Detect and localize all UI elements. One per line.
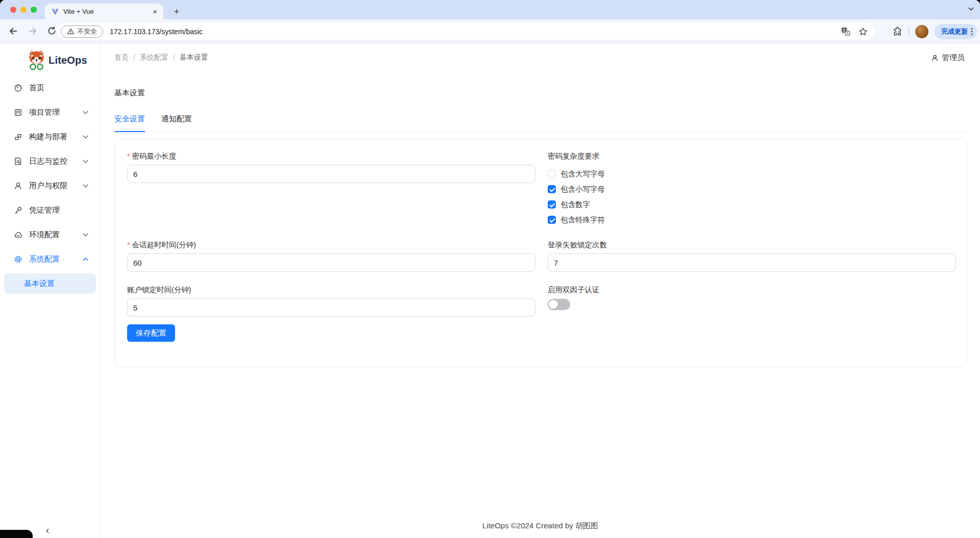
- checkbox-lowercase[interactable]: [548, 185, 556, 193]
- two-factor-label: 启用双因子认证: [548, 284, 600, 295]
- back-icon[interactable]: [8, 26, 19, 37]
- forward-icon[interactable]: [28, 26, 39, 37]
- url-text[interactable]: 172.17.103.173/system/basic: [110, 28, 841, 36]
- sidebar-item-label: 首页: [29, 83, 88, 93]
- tab-security-settings[interactable]: 安全设置: [114, 114, 145, 132]
- avatar[interactable]: [915, 25, 928, 38]
- password-min-length-input[interactable]: [127, 165, 535, 183]
- checkbox-row-special-chars[interactable]: 包含特殊字符: [548, 214, 605, 226]
- sidebar-item-logs-monitoring[interactable]: 日志与监控: [4, 151, 96, 171]
- sidebar-item-projects[interactable]: 项目管理: [4, 102, 96, 122]
- session-timeout-field: * 会话超时时间(分钟): [127, 239, 535, 272]
- tab-strip: Vite + Vue × +: [0, 0, 980, 19]
- file-search-icon: [14, 157, 22, 166]
- checkbox-label: 包含小写字母: [560, 185, 605, 194]
- chevron-down-icon: [83, 135, 88, 139]
- required-mark: *: [127, 241, 130, 249]
- tab-title: Vite + Vue: [63, 8, 152, 15]
- zoom-window-button[interactable]: [31, 7, 37, 13]
- sidebar-item-label: 凭证管理: [29, 206, 88, 215]
- update-chrome-button[interactable]: 完成更新: [935, 24, 977, 39]
- login-fail-lock-input[interactable]: [548, 253, 956, 272]
- breadcrumb-system-config[interactable]: 系统配置: [140, 53, 168, 62]
- checkbox-row-lowercase[interactable]: 包含小写字母: [548, 183, 605, 195]
- bookmark-star-icon[interactable]: [859, 27, 868, 36]
- checkbox-special-chars[interactable]: [548, 216, 556, 224]
- settings-card: * 密码最小长度 密码复杂度要求 包含大写字母 包含小写字母 包含数字: [114, 139, 967, 367]
- checkbox-row-uppercase[interactable]: 包含大写字母: [548, 168, 605, 180]
- user-icon: [14, 182, 22, 190]
- translate-icon[interactable]: 文 A: [841, 27, 850, 36]
- browser-toolbar: 不安全 172.17.103.173/system/basic 文 A: [0, 19, 980, 43]
- close-window-button[interactable]: [10, 7, 16, 13]
- user-menu[interactable]: 管理员: [931, 53, 965, 63]
- field-label: 登录失败锁定次数: [548, 240, 607, 250]
- sidebar-subitem-label: 基本设置: [24, 279, 55, 289]
- security-chip[interactable]: 不安全: [61, 25, 103, 38]
- desktop-corner: [0, 530, 33, 538]
- more-menu-icon[interactable]: [971, 28, 973, 36]
- checkbox-uppercase[interactable]: [548, 170, 556, 178]
- page-title: 基本设置: [114, 88, 145, 98]
- sidebar-item-build-deploy[interactable]: 构建与部署: [4, 126, 96, 147]
- account-lock-time-field: 账户锁定时间(分钟): [127, 284, 535, 317]
- breadcrumb-home[interactable]: 首页: [114, 53, 129, 62]
- project-icon: [14, 108, 22, 117]
- chevron-down-icon[interactable]: [968, 7, 974, 11]
- sidebar-nav: 首页 项目管理 构建与部署: [4, 78, 96, 294]
- breadcrumb-separator: /: [133, 54, 135, 62]
- dashboard-icon: [14, 84, 22, 92]
- tab-close-icon[interactable]: ×: [152, 8, 158, 15]
- chevron-down-icon: [83, 111, 88, 114]
- main-area: 首页 / 系统配置 / 基本设置 管理员 基本设置 安全设置 通知配置: [101, 43, 980, 538]
- reload-icon[interactable]: [47, 26, 58, 37]
- chevron-down-icon: [83, 160, 88, 163]
- toggle-knob: [549, 300, 558, 309]
- page-header: 首页 / 系统配置 / 基本设置 管理员: [101, 43, 980, 72]
- tabs-bar: 安全设置 通知配置: [114, 114, 968, 132]
- build-icon: [14, 133, 22, 141]
- checkbox-numbers[interactable]: [548, 200, 556, 209]
- breadcrumb-current: 基本设置: [180, 53, 208, 62]
- svg-text:A: A: [846, 31, 849, 35]
- two-factor-toggle[interactable]: [548, 299, 570, 310]
- sidebar-item-environment[interactable]: 环境配置: [4, 224, 96, 245]
- checkbox-label: 包含数字: [560, 200, 590, 210]
- save-config-button[interactable]: 保存配置: [127, 324, 175, 342]
- chevron-down-icon: [83, 184, 88, 188]
- traffic-lights: [10, 7, 37, 13]
- breadcrumb-separator: /: [173, 54, 175, 62]
- vite-favicon: [51, 8, 59, 16]
- field-label: 密码最小长度: [132, 151, 176, 161]
- sidebar-item-users-permissions[interactable]: 用户与权限: [4, 175, 96, 196]
- breadcrumb: 首页 / 系统配置 / 基本设置: [114, 53, 208, 62]
- logo-text: LiteOps: [48, 55, 87, 66]
- sidebar: LiteOps 首页 项目管理: [0, 43, 101, 538]
- field-label: 账户锁定时间(分钟): [127, 285, 191, 295]
- password-complexity-label: 密码复杂度要求: [548, 150, 600, 162]
- sidebar-subitem-basic-settings[interactable]: 基本设置: [4, 273, 96, 294]
- tab-notification-config[interactable]: 通知配置: [161, 114, 192, 132]
- password-min-length-field: * 密码最小长度: [127, 150, 535, 183]
- session-timeout-input[interactable]: [127, 253, 535, 272]
- url-bar[interactable]: 不安全 172.17.103.173/system/basic 文 A: [57, 23, 875, 40]
- checkbox-row-numbers[interactable]: 包含数字: [548, 198, 590, 211]
- minimize-window-button[interactable]: [20, 7, 27, 13]
- liteops-logo[interactable]: LiteOps: [27, 49, 87, 71]
- sidebar-item-label: 用户与权限: [29, 181, 83, 191]
- warning-icon: [67, 28, 75, 35]
- user-name: 管理员: [942, 53, 965, 63]
- checkbox-label: 包含特殊字符: [560, 215, 605, 225]
- sidebar-item-system-config[interactable]: 系统配置: [4, 249, 96, 269]
- sidebar-item-home[interactable]: 首页: [4, 78, 96, 98]
- required-mark: *: [127, 152, 130, 160]
- browser-tab[interactable]: Vite + Vue ×: [45, 4, 163, 19]
- toolbar-divider: [909, 27, 909, 36]
- red-panda-logo-icon: [27, 49, 46, 71]
- extensions-icon[interactable]: [893, 27, 902, 36]
- checkbox-label: 包含大写字母: [560, 169, 605, 179]
- sidebar-item-credentials[interactable]: 凭证管理: [4, 200, 96, 220]
- account-lock-time-input[interactable]: [127, 298, 535, 317]
- new-tab-button[interactable]: +: [169, 5, 184, 19]
- sidebar-collapse-button[interactable]: ‹: [42, 524, 53, 535]
